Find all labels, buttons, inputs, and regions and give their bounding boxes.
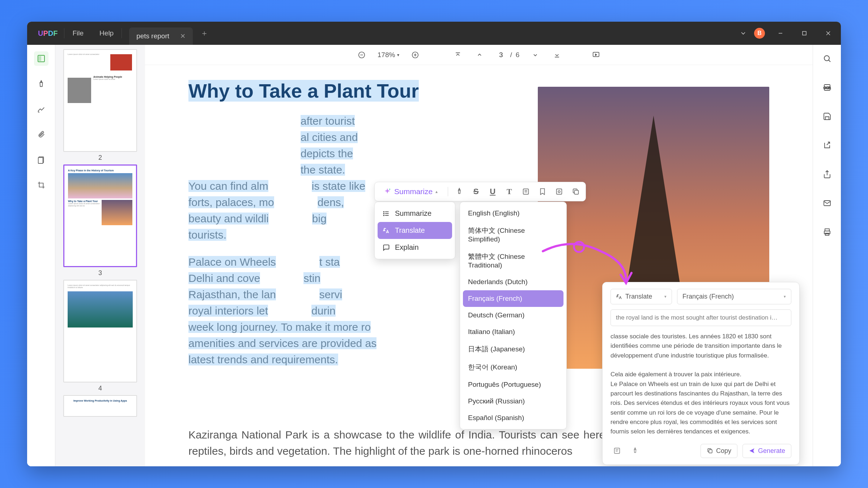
tab-pets-report[interactable]: pets report ✕	[129, 27, 193, 45]
menu-file[interactable]: File	[64, 29, 92, 37]
thumbnail-panel[interactable]: Lorem ipsum dolor sit amet consectetur A…	[55, 45, 145, 466]
lang-italian[interactable]: Italiano (Italian)	[463, 324, 563, 340]
underline-icon[interactable]: U	[487, 186, 498, 197]
document-viewport[interactable]: Why to Take a Plant Tour after tourist a…	[145, 65, 813, 466]
lang-chinese-simplified[interactable]: 简体中文 (Chinese Simplified)	[463, 222, 563, 248]
right-rail: OCR	[813, 45, 841, 466]
titlebar: UPDF File Help pets report ✕ ＋ B	[27, 22, 841, 45]
export-icon[interactable]	[820, 138, 834, 153]
highlight-icon[interactable]	[629, 444, 642, 457]
lang-japanese[interactable]: 日本語 (Japanese)	[463, 340, 563, 358]
zoom-in-button[interactable]	[409, 49, 421, 61]
generate-button[interactable]: Generate	[743, 444, 791, 458]
svg-line-35	[829, 60, 830, 62]
close-icon[interactable]: ✕	[180, 32, 186, 40]
translate-icon	[383, 227, 390, 234]
selection-toolbar: Summarize ▴ S U T	[374, 182, 586, 201]
svg-rect-17	[523, 189, 529, 194]
thumbnail-page-2[interactable]: Lorem ipsum dolor sit amet consectetur A…	[63, 49, 137, 162]
source-text: the royal land is the most sought after …	[610, 309, 791, 326]
print-icon[interactable]	[820, 225, 834, 239]
svg-rect-5	[39, 56, 41, 61]
copy-icon[interactable]	[570, 186, 581, 197]
first-page-button[interactable]	[452, 49, 464, 61]
thumb-number: 2	[63, 154, 137, 162]
lang-korean[interactable]: 한국어 (Korean)	[463, 358, 563, 376]
summarize-button[interactable]: Summarize ▴	[379, 185, 442, 198]
lang-spanish[interactable]: Español (Spanish)	[463, 410, 563, 426]
chevron-up-icon: ▴	[435, 189, 438, 194]
note-icon[interactable]	[520, 186, 531, 197]
lang-english[interactable]: English (English)	[463, 205, 563, 222]
content-area: Lorem ipsum dolor sit amet consectetur A…	[27, 45, 841, 466]
svg-rect-22	[575, 190, 579, 194]
search-icon[interactable]	[820, 51, 834, 66]
maximize-button[interactable]	[796, 27, 813, 39]
lang-portuguese[interactable]: Português (Portuguese)	[463, 376, 563, 393]
link-icon[interactable]	[554, 186, 565, 197]
svg-text:OCR: OCR	[824, 86, 831, 90]
copy-button[interactable]: Copy	[701, 444, 737, 458]
thumb-number: 3	[63, 269, 137, 277]
ocr-icon[interactable]: OCR	[820, 80, 834, 95]
page-indicator: / 6	[495, 51, 519, 59]
lang-chinese-traditional[interactable]: 繁體中文 (Chinese Traditional)	[463, 248, 563, 274]
thumbnail-page-3[interactable]: A Key Phase in the History of Tourism Wh…	[63, 164, 137, 277]
svg-rect-20	[557, 189, 562, 194]
zoom-out-button[interactable]	[356, 49, 367, 61]
menu-help[interactable]: Help	[92, 29, 122, 37]
translate-panel-header: Translate ▾ Français (French) ▾	[610, 289, 791, 304]
layers-icon[interactable]	[34, 153, 48, 167]
target-lang-select[interactable]: Français (French) ▾	[677, 289, 791, 304]
close-window-button[interactable]	[820, 27, 837, 39]
strikethrough-icon[interactable]: S	[471, 186, 481, 197]
text-icon[interactable]: T	[504, 186, 515, 197]
tab-label: pets report	[136, 32, 169, 40]
last-page-button[interactable]	[551, 49, 563, 61]
tab-bar: pets report ✕ ＋	[129, 22, 209, 45]
prev-page-button[interactable]	[474, 49, 485, 61]
left-rail	[27, 45, 55, 466]
svg-point-34	[824, 56, 829, 61]
lang-german[interactable]: Deutsch (German)	[463, 307, 563, 324]
lang-dutch[interactable]: Nederlands (Dutch)	[463, 274, 563, 290]
lang-russian[interactable]: Русский (Russian)	[463, 393, 563, 410]
chevron-down-icon[interactable]	[740, 30, 747, 37]
svg-rect-7	[38, 158, 43, 164]
svg-rect-32	[709, 450, 712, 453]
menu-explain[interactable]: Explain	[378, 239, 452, 256]
svg-rect-1	[803, 31, 806, 35]
bookmark-add-icon[interactable]	[537, 186, 548, 197]
svg-point-21	[558, 191, 560, 193]
thumbnails-icon[interactable]	[34, 51, 48, 66]
translate-panel: Translate ▾ Français (French) ▾ the roya…	[602, 282, 800, 465]
next-page-button[interactable]	[529, 49, 541, 61]
mode-select[interactable]: Translate ▾	[610, 289, 672, 304]
chevron-down-icon: ▾	[784, 294, 786, 299]
highlight-icon[interactable]	[454, 186, 465, 197]
share-icon[interactable]	[820, 167, 834, 181]
crop-icon[interactable]	[34, 178, 48, 192]
minimize-button[interactable]	[772, 27, 789, 39]
thumb-number: 4	[63, 385, 137, 392]
attachment-icon[interactable]	[34, 127, 48, 142]
add-tab-button[interactable]: ＋	[199, 28, 209, 38]
bookmark-icon[interactable]	[34, 77, 48, 91]
save-icon[interactable]	[820, 109, 834, 124]
zoom-level[interactable]: 178% ▾	[378, 51, 400, 59]
lang-french[interactable]: Français (French)	[463, 290, 563, 307]
thumbnail-page-5[interactable]: Improve Working Productivity in Using Ap…	[63, 395, 137, 417]
translation-result: classe sociale des touristes. Les années…	[610, 332, 791, 437]
top-toolbar: 178% ▾ / 6	[145, 45, 813, 65]
email-icon[interactable]	[820, 196, 834, 210]
presentation-button[interactable]	[590, 49, 602, 61]
menu-summarize[interactable]: Summarize	[378, 205, 452, 222]
annotation-icon[interactable]	[34, 102, 48, 116]
svg-rect-39	[825, 229, 829, 231]
menu-translate[interactable]: Translate	[378, 222, 452, 239]
note-icon[interactable]	[610, 444, 624, 457]
thumbnail-page-4[interactable]: Lorem ipsum dolor sit amet consectetur a…	[63, 280, 137, 392]
user-avatar[interactable]: B	[754, 28, 765, 39]
page-input[interactable]	[495, 51, 506, 59]
page-title: Why to Take a Plant Tour	[188, 80, 419, 102]
